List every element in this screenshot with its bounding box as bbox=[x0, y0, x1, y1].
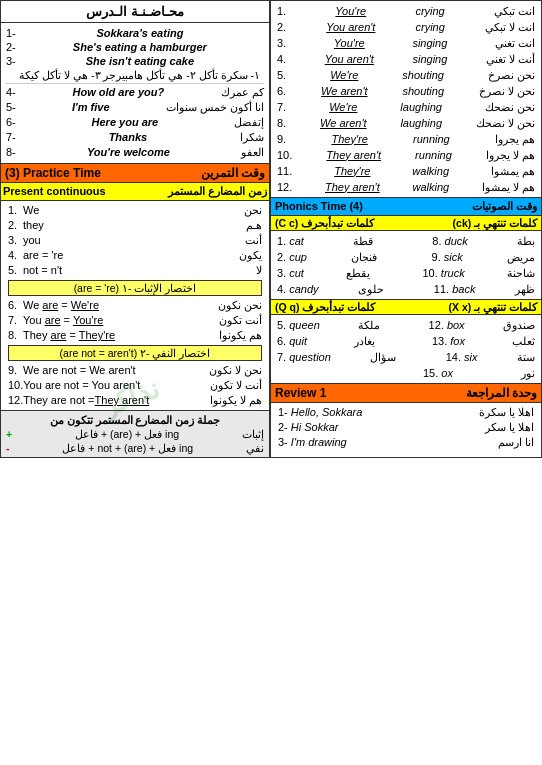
formula-row2: نفي ing فعل + not + (are) + فاعل - bbox=[5, 441, 265, 455]
list-item: 12. They are not =They aren't هم لا يكون… bbox=[6, 393, 264, 408]
line-number: 2- bbox=[6, 41, 16, 53]
abbreviation-note2: (are not = aren't) اختصار النفي -٢ bbox=[8, 345, 262, 361]
list-item: 1. cat قطة 8. duck بطة bbox=[275, 233, 537, 249]
abbreviation-note: (are = 're) اختصار الإثبات -١ bbox=[8, 280, 262, 296]
phonics-qq-label: كلمات تبدأبحرف (Q q) bbox=[275, 301, 375, 313]
list-item: 9. We are not = We aren't نحن لا نكون bbox=[6, 363, 264, 378]
list-item: 2. You aren't crying انت لا تبكي bbox=[275, 19, 537, 35]
right-column: 1. You're crying انت تبكي 2. You aren't … bbox=[271, 1, 541, 457]
list-item: 2. they هـم bbox=[6, 218, 264, 233]
list-item: 8. They are = They're هم يكونوا bbox=[6, 328, 264, 343]
arabic-text: إتفضل bbox=[234, 116, 264, 129]
english-text: Here you are bbox=[92, 116, 159, 128]
line-num: 1. bbox=[277, 5, 286, 17]
list-item: 5- I'm five انا أكون خمس سنوات bbox=[6, 100, 264, 115]
list-item: 1. You're crying انت تبكي bbox=[275, 3, 537, 19]
list-item: 11. They're walking هم يمشوا bbox=[275, 163, 537, 179]
list-item: 8- You're welcome العفو bbox=[6, 145, 264, 160]
list-item: 6- Here you are إتفضل bbox=[6, 115, 264, 130]
list-item: 7. We're laughing نحن نضحك bbox=[275, 99, 537, 115]
line-num: 3. bbox=[277, 37, 286, 49]
list-item: 6. We are = We're نحن نكون bbox=[6, 298, 264, 313]
arabic-note: ١- سكرة تأكل ٢- هي تأكل هامبيرجر ٣- هي ل… bbox=[6, 68, 264, 82]
phonics-grid-section1: 1. cat قطة 8. duck بطة 2. cup فنجان 9. s… bbox=[271, 231, 541, 299]
list-item: 3. You're singing انت تغني bbox=[275, 35, 537, 51]
practice-header: وقت التمرين (3) Practice Time bbox=[1, 163, 269, 183]
present-cont-en: Present continuous bbox=[3, 185, 106, 198]
list-item: 2- Hi Sokkar اهلا يا سكر bbox=[276, 420, 536, 435]
line-num: 2. bbox=[277, 21, 286, 33]
lesson-lines: 1- Sokkara's eating 2- She's eating a ha… bbox=[1, 23, 269, 163]
english-text: How old are you? bbox=[73, 86, 165, 98]
practice-title-en: (3) Practice Time bbox=[5, 166, 101, 180]
list-item: 10. You are not = You aren't أنت لا تكون bbox=[6, 378, 264, 393]
line-number: 7- bbox=[6, 131, 16, 143]
phonics-header: وقت الصوتيات (4) Phonics Time bbox=[271, 197, 541, 216]
list-item: 7- Thanks شكرا bbox=[6, 130, 264, 145]
english-text: Thanks bbox=[109, 131, 148, 143]
line-num: 7. bbox=[277, 101, 286, 113]
list-item: 4. You aren't singing أنت لا تغني bbox=[275, 51, 537, 67]
english-text: Sokkara's eating bbox=[96, 27, 183, 39]
right-lines: 1. You're crying انت تبكي 2. You aren't … bbox=[271, 1, 541, 197]
list-item: 1- Hello, Sokkara اهلا يا سكرة bbox=[276, 405, 536, 420]
english-text: I'm five bbox=[72, 101, 109, 113]
phonics-title-ar: وقت الصوتيات bbox=[472, 200, 537, 213]
phonics-title-en: (4) Phonics Time bbox=[275, 200, 363, 213]
line-num: 5. bbox=[277, 69, 286, 81]
phonics-grid-section2: 5. queen ملكة 12. box صندوق 6. quit يغاد… bbox=[271, 315, 541, 383]
english-text: She isn't eating cake bbox=[86, 55, 194, 67]
line-num: 10. bbox=[277, 149, 292, 161]
list-item: 7. You are = You're أنت تكون bbox=[6, 313, 264, 328]
line-number: 4- bbox=[6, 86, 16, 98]
english-text: She's eating a hamburger bbox=[73, 41, 207, 53]
formula-title: جملة زمن المضارع المستمر تتكون من bbox=[5, 413, 265, 427]
phonics-xx-label: كلمات تنتهي بـ (X x) bbox=[448, 301, 537, 313]
present-cont-ar: زمن المضارع المستمر bbox=[168, 185, 267, 198]
list-item: 7. question سؤال 14. six ستة bbox=[275, 349, 537, 365]
line-num: 4. bbox=[277, 53, 286, 65]
left-column: محـاضـنـة الـدرس 1- Sokkara's eating 2- … bbox=[1, 1, 271, 457]
review-title-ar: وحدة المراجعة bbox=[466, 386, 537, 400]
formula-row1: إثبات ing فعل + (are) + فاعل + bbox=[5, 427, 265, 441]
line-number: 3- bbox=[6, 55, 16, 67]
arabic-text: انا أكون خمس سنوات bbox=[166, 101, 264, 114]
list-item: 5. queen ملكة 12. box صندوق bbox=[275, 317, 537, 333]
list-item: 8. We aren't laughing نحن لا نضحك bbox=[275, 115, 537, 131]
list-item: 4- How old are you? كم عمرك bbox=[6, 85, 264, 100]
list-item: 1. We نحن bbox=[6, 203, 264, 218]
lesson-title: محـاضـنـة الـدرس bbox=[1, 1, 269, 23]
list-item: 6. quit يغادر 13. fox ثعلب bbox=[275, 333, 537, 349]
list-item: 4. are = 're يكون bbox=[6, 248, 264, 263]
formula-section: جملة زمن المضارع المستمر تتكون من إثبات … bbox=[1, 410, 269, 457]
present-continuous-header: زمن المضارع المستمر Present continuous bbox=[1, 183, 269, 201]
list-item: 12. They aren't walking هم لا يمشوا bbox=[275, 179, 537, 195]
list-item: 2- She's eating a hamburger bbox=[6, 40, 264, 54]
phonics-cc-label: كلمات تبدأبحرف (C c) bbox=[275, 217, 374, 229]
list-item: 15. ox نور bbox=[275, 365, 537, 381]
list-item: 3- She isn't eating cake bbox=[6, 54, 264, 68]
arabic-text: كم عمرك bbox=[221, 86, 264, 99]
list-item: 10. They aren't running هم لا يجروا bbox=[275, 147, 537, 163]
line-num: 8. bbox=[277, 117, 286, 129]
line-number: 5- bbox=[6, 101, 16, 113]
practice-body: 1. We نحن 2. they هـم 3. you أنت 4. are … bbox=[1, 201, 269, 410]
phonics-subheader2: كلمات تنتهي بـ (X x) كلمات تبدأبحرف (Q q… bbox=[271, 299, 541, 315]
list-item: 2. cup فنجان 9. sick مريض bbox=[275, 249, 537, 265]
phonics-ck-label: كلمات تنتهي بـ (ck) bbox=[453, 217, 537, 229]
list-item: 9. They're running هم يجروا bbox=[275, 131, 537, 147]
review-body: 1- Hello, Sokkara اهلا يا سكرة 2- Hi Sok… bbox=[271, 403, 541, 452]
line-num: 11. bbox=[277, 165, 292, 177]
list-item: 3. cut يقطع 10. truck شاحنة bbox=[275, 265, 537, 281]
line-num: 12. bbox=[277, 181, 292, 193]
list-item: 5. We're shouting نحن نصرخ bbox=[275, 67, 537, 83]
line-num: 6. bbox=[277, 85, 286, 97]
arabic-text: شكرا bbox=[240, 131, 264, 144]
line-number: 1- bbox=[6, 27, 16, 39]
list-item: 3- I'm drawing انا ارسم bbox=[276, 435, 536, 450]
line-number: 8- bbox=[6, 146, 16, 158]
english-text: You're welcome bbox=[87, 146, 170, 158]
arabic-text: العفو bbox=[241, 146, 264, 159]
list-item: 1- Sokkara's eating bbox=[6, 26, 264, 40]
list-item: 5. not = n't لا bbox=[6, 263, 264, 278]
